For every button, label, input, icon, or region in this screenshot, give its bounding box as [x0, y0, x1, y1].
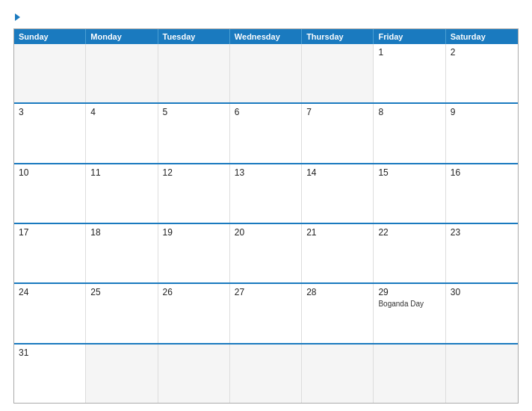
- day-number: 30: [451, 287, 513, 297]
- calendar-cell: 12: [158, 164, 230, 223]
- calendar-cell: 11: [86, 164, 158, 223]
- calendar-cell: 28: [302, 284, 374, 342]
- calendar-cell: 23: [446, 224, 518, 282]
- calendar-cell: 16: [446, 164, 518, 223]
- day-number: 12: [163, 167, 225, 178]
- calendar-row-1: 12: [14, 44, 518, 102]
- page: Sunday Monday Tuesday Wednesday Thursday…: [0, 0, 532, 411]
- calendar-cell: 20: [230, 224, 302, 282]
- day-number: 23: [451, 227, 513, 238]
- day-number: 1: [378, 47, 440, 58]
- calendar-cell: 2: [446, 44, 518, 102]
- header-friday: Friday: [374, 29, 445, 44]
- day-number: 15: [378, 167, 440, 178]
- calendar-cell: 18: [86, 224, 158, 282]
- day-number: 8: [378, 107, 440, 117]
- day-number: 28: [306, 287, 368, 297]
- calendar-cell: 5: [158, 104, 230, 162]
- day-number: 17: [19, 227, 81, 238]
- calendar-cell: 13: [230, 164, 302, 223]
- day-number: 26: [163, 287, 225, 297]
- day-number: 5: [163, 107, 225, 117]
- header-tuesday: Tuesday: [158, 29, 230, 44]
- day-number: 2: [451, 47, 513, 58]
- calendar-cell: 22: [374, 224, 445, 282]
- day-number: 18: [90, 227, 152, 238]
- day-number: 27: [235, 287, 297, 297]
- day-number: 7: [306, 107, 368, 117]
- day-number: 19: [163, 227, 225, 238]
- calendar-cell: 4: [86, 104, 158, 162]
- calendar-cell: 30: [446, 284, 518, 342]
- calendar-cell: [86, 344, 158, 403]
- header-wednesday: Wednesday: [230, 29, 302, 44]
- calendar-row-2: 3456789: [14, 102, 518, 162]
- calendar-cell: 29Boganda Day: [374, 284, 445, 342]
- day-number: 25: [90, 287, 152, 297]
- day-number: 3: [19, 107, 81, 117]
- calendar-row-5: 242526272829Boganda Day30: [14, 282, 518, 342]
- calendar-cell: [230, 44, 302, 102]
- calendar-body: 1234567891011121314151617181920212223242…: [14, 44, 518, 403]
- day-number: 10: [19, 167, 81, 178]
- calendar-cell: 3: [14, 104, 86, 162]
- calendar-row-6: 31: [14, 343, 518, 403]
- calendar-cell: 10: [14, 164, 86, 223]
- calendar-cell: [86, 44, 158, 102]
- logo: [13, 13, 20, 21]
- day-number: 14: [306, 167, 368, 178]
- calendar: Sunday Monday Tuesday Wednesday Thursday…: [13, 28, 519, 404]
- calendar-cell: 26: [158, 284, 230, 342]
- day-number: 21: [306, 227, 368, 238]
- calendar-cell: 17: [14, 224, 86, 282]
- calendar-cell: 7: [302, 104, 374, 162]
- calendar-cell: 24: [14, 284, 86, 342]
- day-number: 29: [378, 287, 440, 297]
- header-saturday: Saturday: [446, 29, 518, 44]
- logo-triangle-icon: [15, 13, 20, 21]
- calendar-cell: 8: [374, 104, 445, 162]
- header-thursday: Thursday: [302, 29, 374, 44]
- calendar-cell: [374, 344, 445, 403]
- logo-blue-text: [13, 13, 20, 21]
- day-number: 16: [451, 167, 513, 178]
- calendar-cell: 19: [158, 224, 230, 282]
- day-number: 4: [90, 107, 152, 117]
- calendar-cell: [14, 44, 86, 102]
- calendar-cell: [230, 344, 302, 403]
- header-sunday: Sunday: [14, 29, 86, 44]
- calendar-cell: [446, 344, 518, 403]
- calendar-cell: 27: [230, 284, 302, 342]
- calendar-cell: 15: [374, 164, 445, 223]
- calendar-cell: 25: [86, 284, 158, 342]
- calendar-cell: 14: [302, 164, 374, 223]
- calendar-cell: [158, 44, 230, 102]
- calendar-cell: 6: [230, 104, 302, 162]
- calendar-row-3: 10111213141516: [14, 163, 518, 223]
- calendar-cell: [302, 344, 374, 403]
- calendar-cell: [302, 44, 374, 102]
- calendar-cell: 21: [302, 224, 374, 282]
- calendar-cell: 1: [374, 44, 445, 102]
- day-number: 20: [235, 227, 297, 238]
- calendar-row-4: 17181920212223: [14, 223, 518, 282]
- calendar-cell: 31: [14, 344, 86, 403]
- day-number: 31: [19, 347, 81, 358]
- header: [13, 13, 519, 21]
- calendar-header: Sunday Monday Tuesday Wednesday Thursday…: [14, 29, 518, 44]
- event-label: Boganda Day: [378, 300, 440, 308]
- day-number: 24: [19, 287, 81, 297]
- calendar-cell: [158, 344, 230, 403]
- day-number: 22: [378, 227, 440, 238]
- day-number: 9: [451, 107, 513, 117]
- header-monday: Monday: [86, 29, 158, 44]
- day-number: 6: [235, 107, 297, 117]
- day-number: 13: [235, 167, 297, 178]
- day-number: 11: [90, 167, 152, 178]
- calendar-cell: 9: [446, 104, 518, 162]
